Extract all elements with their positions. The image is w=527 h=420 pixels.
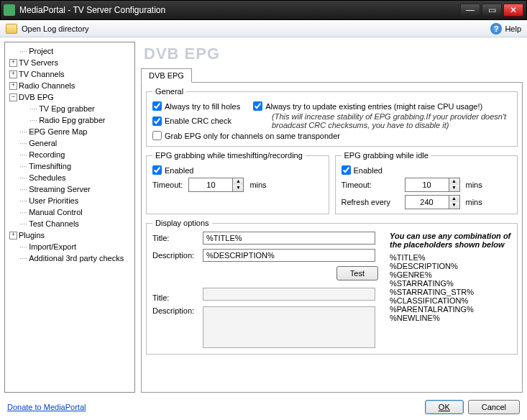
tree-dots-icon: ···· — [19, 220, 27, 228]
tree-item[interactable]: ····Import/Export — [6, 241, 133, 252]
folder-icon — [6, 24, 17, 34]
tree-dots-icon: ···· — [19, 151, 27, 159]
legend-display: Display options — [152, 219, 212, 227]
cancel-button[interactable]: Cancel — [468, 400, 520, 414]
tree-item[interactable]: ····Radio Epg grabber — [6, 114, 133, 126]
tree-dots-icon: ···· — [19, 128, 27, 136]
tree-dots-icon: ···· — [19, 140, 27, 147]
tree-item[interactable]: ····Test Channels — [6, 218, 133, 229]
tree-expander-icon[interactable]: + — [9, 82, 17, 90]
idle-timeout-label: Timeout: — [342, 181, 399, 189]
chk-idle-enabled[interactable]: Enabled — [342, 165, 512, 175]
maximize-button[interactable]: ▭ — [482, 4, 502, 17]
chk-rec-enabled-input[interactable] — [152, 165, 162, 175]
close-button[interactable]: ✕ — [503, 4, 523, 17]
tree-dots-icon: ···· — [19, 243, 27, 251]
chk-rec-enabled[interactable]: Enabled — [152, 165, 323, 175]
tree-item[interactable]: ····Project — [6, 45, 133, 57]
spin-down-icon[interactable]: ▼ — [233, 185, 243, 191]
open-log-button[interactable]: Open Log directory — [22, 24, 89, 33]
spin-down-icon[interactable]: ▼ — [449, 185, 459, 191]
tree-expander-icon[interactable]: − — [9, 93, 17, 101]
tree-item[interactable]: ····General — [6, 137, 133, 149]
chk-idle-enabled-input[interactable] — [342, 165, 351, 175]
tree-item-label: Additional 3rd party checks — [29, 254, 124, 262]
chk-fill-holes[interactable]: Always try to fill holes — [152, 101, 240, 111]
window-title: MediaPortal - TV Server Configuration — [19, 5, 459, 15]
tree-item[interactable]: ····Additional 3rd party checks — [6, 252, 133, 264]
nav-tree[interactable]: ····Project+TV Servers+TV Channels+Radio… — [4, 42, 135, 393]
tree-item-label: Timeshifting — [29, 162, 71, 170]
tree-item-label: Radio Channels — [19, 81, 75, 90]
tree-item-label: EPG Genre Map — [29, 127, 87, 136]
tree-item-label: Plugins — [19, 231, 45, 239]
placeholder-list: %TITLE% %DESCRIPTION% %GENRE% %STARRATIN… — [390, 253, 511, 322]
tree-item[interactable]: ····Recording — [6, 149, 133, 160]
tree-dots-icon: ···· — [19, 186, 27, 193]
tree-item[interactable]: +TV Channels — [6, 68, 133, 80]
display-title-input[interactable] — [203, 232, 375, 245]
tree-item-label: Schedules — [29, 173, 65, 182]
chk-update-existing-input[interactable] — [253, 101, 262, 111]
idle-refresh-spinner[interactable]: ▲▼ — [405, 195, 460, 209]
tree-item[interactable]: +Radio Channels — [6, 80, 133, 91]
chk-crc[interactable]: Enable CRC check — [152, 114, 259, 128]
crc-note: (This will increase stability of EPG gra… — [272, 112, 511, 129]
rec-timeout-label: Timeout: — [152, 181, 183, 189]
group-recording: EPG grabbing while timeshifting/recordin… — [146, 151, 329, 214]
spin-up-icon[interactable]: ▲ — [233, 178, 243, 185]
tree-item[interactable]: ····TV Epg grabber — [6, 103, 133, 114]
tree-item[interactable]: ····Manual Control — [6, 206, 133, 218]
tree-item[interactable]: ····Streaming Server — [6, 183, 133, 195]
tree-item-label: Streaming Server — [29, 185, 91, 193]
tree-item[interactable]: ····Schedules — [6, 172, 133, 183]
tree-item[interactable]: ····EPG Genre Map — [6, 126, 133, 137]
tree-item[interactable]: −DVB EPG — [6, 91, 133, 103]
tree-item-label: Manual Control — [29, 208, 83, 216]
display-desc-label: Description: — [152, 251, 203, 260]
tree-item[interactable]: ····Timeshifting — [6, 160, 133, 172]
tree-item-label: Radio Epg grabber — [39, 116, 105, 124]
tree-dots-icon: ···· — [29, 117, 37, 124]
display-title-label: Title: — [152, 234, 203, 242]
donate-link[interactable]: Donate to MediaPortal — [7, 403, 86, 411]
chk-same-transponder-input[interactable] — [152, 131, 162, 140]
tree-dots-icon: ···· — [19, 174, 27, 182]
tree-item[interactable]: +TV Servers — [6, 57, 133, 68]
rec-timeout-spinner[interactable]: ▲▼ — [188, 178, 244, 192]
idle-refresh-input[interactable] — [405, 196, 449, 209]
help-icon: ? — [490, 23, 502, 35]
ok-button[interactable]: OK — [425, 400, 464, 414]
spin-down-icon[interactable]: ▼ — [449, 202, 459, 209]
tree-item-label: Recording — [29, 150, 65, 159]
tree-item-label: TV Servers — [19, 58, 58, 67]
minimize-button[interactable]: — — [460, 4, 480, 17]
tree-expander-icon[interactable]: + — [9, 59, 17, 67]
display-desc-input[interactable] — [203, 249, 375, 262]
tree-dots-icon: ···· — [29, 105, 37, 113]
rec-timeout-input[interactable] — [189, 178, 232, 191]
test-button[interactable]: Test — [336, 266, 378, 280]
tab-dvb-epg[interactable]: DVB EPG — [141, 68, 192, 83]
chk-update-existing[interactable]: Always try to update existing entries (m… — [253, 101, 482, 111]
tree-item[interactable]: ····User Priorities — [6, 195, 133, 206]
tree-item[interactable]: +Plugins — [6, 229, 133, 241]
help-link[interactable]: Help — [505, 24, 521, 33]
idle-timeout-spinner[interactable]: ▲▼ — [405, 178, 460, 192]
legend-recording: EPG grabbing while timeshifting/recordin… — [152, 151, 306, 160]
page-title: DVB EPG — [144, 45, 523, 63]
chk-crc-input[interactable] — [152, 117, 162, 126]
preview-desc-label: Description: — [152, 306, 203, 315]
tree-item-label: Test Channels — [29, 219, 79, 228]
legend-idle: EPG grabbing while idle — [342, 151, 431, 160]
tree-expander-icon[interactable]: + — [9, 232, 17, 239]
spin-up-icon[interactable]: ▲ — [449, 196, 459, 202]
idle-refresh-label: Refresh every — [342, 198, 399, 206]
chk-same-transponder[interactable]: Grab EPG only for channels on same trans… — [152, 131, 511, 140]
tree-item-label: Import/Export — [29, 242, 76, 251]
placeholder-hint: You can use any combination of the place… — [390, 232, 511, 249]
chk-fill-holes-input[interactable] — [152, 101, 162, 111]
spin-up-icon[interactable]: ▲ — [449, 178, 459, 185]
tree-expander-icon[interactable]: + — [9, 70, 17, 78]
idle-timeout-input[interactable] — [405, 178, 449, 191]
